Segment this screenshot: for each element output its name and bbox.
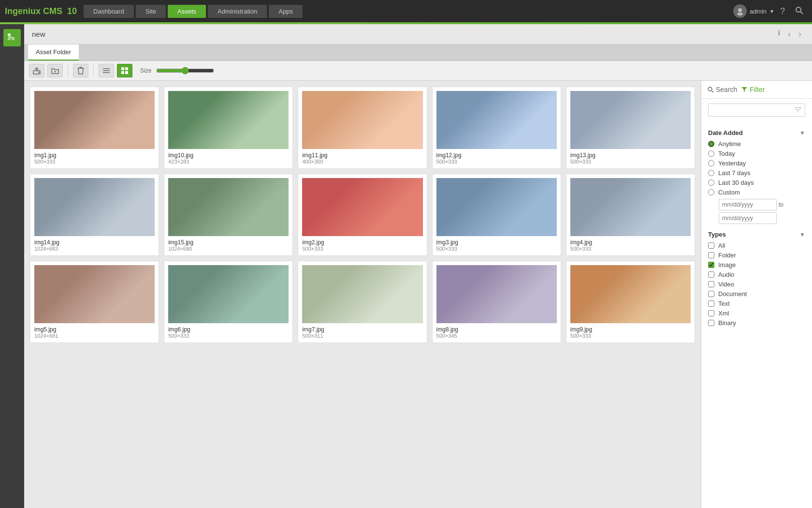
type-audio-label[interactable]: Audio bbox=[718, 271, 734, 278]
asset-thumbnail bbox=[570, 91, 691, 149]
asset-card[interactable]: img9.jpg500×333 bbox=[566, 261, 695, 343]
brand-version: 10 bbox=[67, 6, 77, 16]
delete-button[interactable] bbox=[73, 64, 88, 77]
user-dropdown-icon: ▼ bbox=[769, 9, 774, 14]
asset-dimensions: 500×333 bbox=[302, 246, 323, 252]
type-image-checkbox[interactable] bbox=[708, 262, 714, 268]
list-view-button[interactable] bbox=[99, 64, 114, 77]
date-today-label[interactable]: Today bbox=[718, 150, 735, 157]
date-from-input[interactable] bbox=[719, 199, 777, 210]
type-folder-label[interactable]: Folder bbox=[718, 252, 736, 259]
type-folder-checkbox[interactable] bbox=[708, 252, 714, 258]
asset-card[interactable]: img8.jpg500×345 bbox=[432, 261, 561, 343]
type-all-label[interactable]: All bbox=[718, 242, 725, 249]
asset-thumbnail bbox=[34, 265, 155, 323]
nav-site[interactable]: Site bbox=[136, 5, 166, 18]
add-folder-button[interactable] bbox=[47, 64, 63, 77]
asset-card[interactable]: img7.jpg500×311 bbox=[298, 261, 427, 343]
type-document-label[interactable]: Document bbox=[718, 290, 747, 298]
asset-name: img5.jpg bbox=[34, 326, 56, 333]
svg-rect-23 bbox=[302, 91, 422, 149]
type-binary-checkbox[interactable] bbox=[708, 320, 714, 326]
date-anytime-label[interactable]: Anytime bbox=[718, 140, 741, 148]
sidebar-item-tree[interactable] bbox=[3, 29, 21, 46]
date-yesterday-label[interactable]: Yesterday bbox=[718, 160, 746, 167]
asset-dimensions: 500×333 bbox=[436, 159, 457, 164]
tab-asset-folder[interactable]: Asset Folder bbox=[28, 45, 79, 60]
date-custom-label[interactable]: Custom bbox=[718, 189, 740, 196]
svg-rect-5 bbox=[8, 37, 11, 40]
asset-card[interactable]: img14.jpg1024×683 bbox=[30, 174, 159, 256]
asset-card[interactable]: img10.jpg423×283 bbox=[164, 87, 293, 169]
asset-card[interactable]: img5.jpg1024×681 bbox=[30, 261, 159, 343]
asset-thumbnail bbox=[302, 91, 422, 149]
filter-button[interactable]: Filter bbox=[741, 86, 765, 93]
asset-card[interactable]: img15.jpg1024×680 bbox=[164, 174, 293, 256]
type-text-checkbox[interactable] bbox=[708, 300, 714, 307]
types-title[interactable]: Types ▼ bbox=[708, 231, 805, 238]
date-yesterday-radio[interactable] bbox=[708, 160, 714, 166]
asset-card[interactable]: img12.jpg500×333 bbox=[432, 87, 561, 169]
nav-forward-icon[interactable]: › bbox=[796, 28, 804, 40]
nav-assets[interactable]: Assets bbox=[168, 5, 206, 18]
date-custom-option: Custom bbox=[708, 189, 805, 196]
search-button[interactable]: Search bbox=[707, 86, 737, 93]
asset-card[interactable]: img1.jpg500×333 bbox=[30, 87, 159, 169]
date-to-input[interactable] bbox=[719, 212, 777, 224]
page-title: new bbox=[32, 30, 45, 38]
svg-rect-20 bbox=[125, 71, 128, 74]
svg-rect-31 bbox=[34, 265, 155, 323]
info-icon[interactable]: ℹ bbox=[775, 28, 783, 40]
type-all-checkbox[interactable] bbox=[708, 242, 714, 249]
date-last7-radio[interactable] bbox=[708, 170, 714, 176]
type-xml-checkbox[interactable] bbox=[708, 310, 714, 316]
date-added-title[interactable]: Date Added ▼ bbox=[708, 129, 805, 136]
nav-apps[interactable]: Apps bbox=[269, 5, 303, 18]
nav-back-icon[interactable]: ‹ bbox=[785, 28, 794, 40]
date-last7-label[interactable]: Last 7 days bbox=[718, 169, 751, 177]
type-document-checkbox[interactable] bbox=[708, 291, 714, 297]
svg-rect-22 bbox=[168, 91, 289, 149]
nav-administration[interactable]: Administration bbox=[208, 5, 267, 18]
date-custom-radio[interactable] bbox=[708, 189, 714, 195]
upload-button[interactable] bbox=[29, 64, 44, 77]
asset-grid-container[interactable]: img1.jpg500×333img10.jpg423×283img11.jpg… bbox=[24, 81, 701, 508]
svg-rect-4 bbox=[8, 33, 11, 36]
asset-card[interactable]: img6.jpg500×333 bbox=[164, 261, 293, 343]
help-icon[interactable]: ? bbox=[776, 6, 789, 16]
grid-view-button[interactable] bbox=[117, 64, 132, 77]
type-audio-option: Audio bbox=[708, 271, 805, 278]
asset-card[interactable]: img13.jpg500×333 bbox=[566, 87, 695, 169]
date-anytime-radio[interactable] bbox=[708, 141, 714, 147]
date-today-radio[interactable] bbox=[708, 150, 714, 157]
asset-thumbnail bbox=[436, 178, 557, 236]
asset-card[interactable]: img4.jpg500×333 bbox=[566, 174, 695, 256]
type-xml-label[interactable]: Xml bbox=[718, 310, 729, 317]
nav-dashboard[interactable]: Dashboard bbox=[84, 5, 134, 18]
filter-search-input[interactable] bbox=[708, 104, 805, 117]
date-yesterday-option: Yesterday bbox=[708, 160, 805, 167]
date-last7-option: Last 7 days bbox=[708, 169, 805, 177]
type-image-label[interactable]: Image bbox=[718, 261, 736, 269]
type-text-label[interactable]: Text bbox=[718, 300, 730, 307]
asset-card[interactable]: img11.jpg400×300 bbox=[298, 87, 427, 169]
asset-card[interactable]: img3.jpg500×333 bbox=[432, 174, 561, 256]
asset-name: img6.jpg bbox=[168, 326, 190, 333]
date-last30-label[interactable]: Last 30 days bbox=[718, 179, 754, 186]
user-menu[interactable]: admin ▼ bbox=[733, 4, 774, 18]
type-audio-checkbox[interactable] bbox=[708, 271, 714, 278]
asset-thumbnail bbox=[168, 265, 289, 323]
svg-point-2 bbox=[796, 7, 801, 12]
date-last30-radio[interactable] bbox=[708, 179, 714, 186]
size-slider[interactable] bbox=[156, 67, 214, 75]
type-all-option: All bbox=[708, 242, 805, 249]
svg-rect-6 bbox=[12, 37, 14, 40]
type-binary-label[interactable]: Binary bbox=[718, 319, 736, 327]
asset-thumbnail bbox=[436, 91, 557, 149]
type-video-checkbox[interactable] bbox=[708, 281, 714, 287]
top-nav: Ingeniux CMS 10 Dashboard Site Assets Ad… bbox=[0, 0, 812, 22]
global-search-icon[interactable] bbox=[791, 6, 807, 17]
asset-card[interactable]: img2.jpg500×333 bbox=[298, 174, 427, 256]
asset-thumbnail bbox=[570, 178, 691, 236]
type-video-label[interactable]: Video bbox=[718, 281, 734, 288]
